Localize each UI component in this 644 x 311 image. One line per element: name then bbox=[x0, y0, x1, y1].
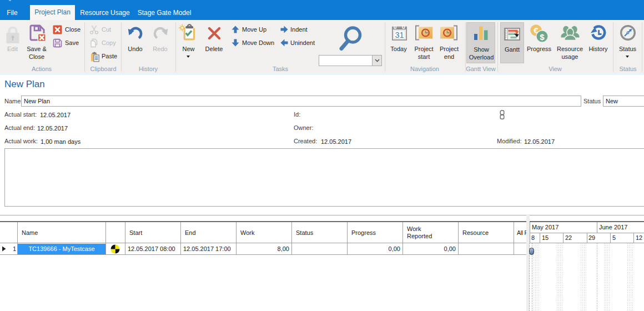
indent-button[interactable]: Indent bbox=[279, 25, 318, 35]
project-end-label-2: end bbox=[437, 53, 461, 61]
delete-button[interactable]: Delete bbox=[202, 22, 226, 63]
tab-stage-gate-model[interactable]: Stage Gate Model bbox=[135, 6, 193, 20]
edit-button[interactable]: Edit bbox=[2, 22, 23, 63]
task-status-cell[interactable] bbox=[294, 243, 344, 254]
gantt-line bbox=[563, 233, 564, 243]
task-end-cell[interactable]: 12.05.2017 17:00 bbox=[183, 243, 234, 254]
col-header-status[interactable]: Status bbox=[291, 222, 347, 243]
tab-resource-usage[interactable]: Resource Usage bbox=[78, 6, 132, 20]
col-header-end[interactable]: End bbox=[180, 222, 236, 243]
status-input[interactable]: New bbox=[603, 96, 644, 107]
indent-label: Indent bbox=[290, 26, 308, 33]
gantt-week-label: 5 bbox=[612, 233, 616, 243]
col-header-work[interactable]: Work bbox=[236, 222, 291, 243]
new-icon bbox=[178, 24, 196, 41]
unindent-button[interactable]: Unindent bbox=[279, 38, 323, 48]
undo-label: Undo bbox=[124, 46, 146, 53]
status-field-label: Status bbox=[583, 98, 601, 104]
gantt-weekend-band bbox=[603, 243, 610, 311]
unindent-label: Unindent bbox=[290, 39, 315, 46]
gantt-week-label: 12 bbox=[636, 233, 642, 243]
grid-line bbox=[514, 222, 514, 255]
cut-button[interactable]: Cut bbox=[88, 25, 118, 35]
col-header-resource[interactable]: Resource bbox=[458, 222, 514, 243]
delete-icon bbox=[208, 27, 221, 40]
history-button[interactable]: History bbox=[587, 22, 609, 63]
col-header-work-reported[interactable]: Work Reported bbox=[402, 222, 458, 243]
status-button[interactable]: Status bbox=[615, 22, 640, 63]
progress-button[interactable]: € $ Progress bbox=[526, 22, 552, 63]
task-start-cell[interactable]: 12.05.2017 08:00 bbox=[128, 243, 179, 254]
lock-icon bbox=[6, 26, 19, 43]
task-filter-combobox[interactable] bbox=[319, 55, 382, 66]
grid-line bbox=[291, 222, 292, 255]
move-up-button[interactable]: Move Up bbox=[230, 25, 271, 35]
status-value: New bbox=[606, 98, 618, 104]
save-and-close-button[interactable]: Save & Close bbox=[24, 22, 49, 63]
tab-project-plan[interactable]: Project Plan bbox=[30, 5, 75, 20]
progress-label: Progress bbox=[526, 46, 552, 53]
combobox-dropdown-button[interactable] bbox=[372, 56, 381, 66]
cut-label: Cut bbox=[102, 26, 111, 33]
new-button[interactable]: New bbox=[178, 22, 199, 63]
resource-usage-label-2: usage bbox=[555, 53, 585, 61]
task-work-cell[interactable]: 8,00 bbox=[236, 243, 289, 254]
cut-icon bbox=[89, 25, 99, 34]
task-work-reported-cell[interactable]: 0,00 bbox=[402, 243, 456, 254]
pane-divider[interactable] bbox=[0, 215, 644, 215]
modified-label: Modified: bbox=[497, 138, 522, 144]
actual-work-value: 1,00 man days bbox=[41, 138, 80, 145]
gantt-month-separator bbox=[597, 243, 597, 311]
move-down-icon bbox=[232, 39, 239, 47]
gantt-task-bar[interactable] bbox=[529, 248, 534, 255]
project-end-label-1: Project bbox=[437, 46, 461, 53]
col-header-progress[interactable]: Progress bbox=[347, 222, 402, 243]
group-separator bbox=[497, 22, 498, 72]
new-label: New bbox=[178, 46, 199, 53]
close-button[interactable]: Close bbox=[52, 25, 84, 35]
actual-end-label: Actual end: bbox=[4, 124, 35, 131]
description-textarea[interactable] bbox=[4, 148, 644, 207]
modified-value: 12.05.2017 bbox=[524, 138, 555, 145]
copy-button[interactable]: Copy bbox=[88, 38, 118, 48]
paste-button[interactable]: Paste bbox=[88, 52, 118, 62]
col-header-all-res[interactable]: All Res bbox=[514, 222, 526, 243]
grid-line bbox=[180, 222, 181, 255]
resource-usage-icon bbox=[561, 25, 580, 41]
gantt-line bbox=[597, 222, 597, 233]
actual-work-label: Actual work: bbox=[4, 138, 38, 144]
save-button[interactable]: Save bbox=[52, 38, 84, 48]
close-icon bbox=[53, 25, 62, 34]
tab-file[interactable]: File bbox=[0, 6, 24, 20]
project-start-label-1: Project bbox=[412, 46, 436, 53]
undo-button[interactable]: Undo bbox=[124, 22, 146, 63]
show-overload-button[interactable]: Show Overload bbox=[466, 22, 495, 63]
name-input[interactable]: New Plan bbox=[21, 96, 581, 107]
gantt-button[interactable]: Gantt bbox=[500, 22, 524, 63]
gantt-line bbox=[633, 233, 634, 243]
redo-button[interactable]: Redo bbox=[149, 22, 171, 63]
unindent-icon bbox=[280, 39, 288, 47]
today-label: Today bbox=[388, 46, 410, 53]
copy-icon bbox=[89, 38, 99, 48]
task-resource-cell[interactable] bbox=[461, 243, 511, 254]
task-progress-cell[interactable]: 0,00 bbox=[347, 243, 400, 254]
status-dropdown-arrow bbox=[626, 56, 629, 58]
save-icon bbox=[53, 38, 62, 48]
project-end-button[interactable]: Project end bbox=[437, 22, 461, 63]
project-start-button[interactable]: Project start bbox=[412, 22, 436, 63]
col-header-name[interactable]: Name bbox=[17, 222, 105, 243]
save-and-close-label-2: Close bbox=[24, 53, 49, 61]
move-down-button[interactable]: Move Down bbox=[230, 38, 277, 48]
indent-icon bbox=[280, 26, 288, 33]
today-button[interactable]: 31 Today bbox=[388, 22, 410, 63]
task-name-cell[interactable]: TC139666 - MyTestcase bbox=[18, 244, 105, 254]
col-header-start[interactable]: Start bbox=[125, 222, 180, 243]
attachment-icon[interactable] bbox=[499, 110, 505, 119]
search-icon[interactable] bbox=[338, 24, 364, 51]
gantt-line bbox=[540, 233, 540, 243]
row-number[interactable]: 1 bbox=[7, 243, 16, 254]
close-label: Close bbox=[65, 26, 80, 33]
new-dropdown-arrow bbox=[187, 56, 190, 58]
resource-usage-button[interactable]: Resource usage bbox=[555, 22, 585, 63]
